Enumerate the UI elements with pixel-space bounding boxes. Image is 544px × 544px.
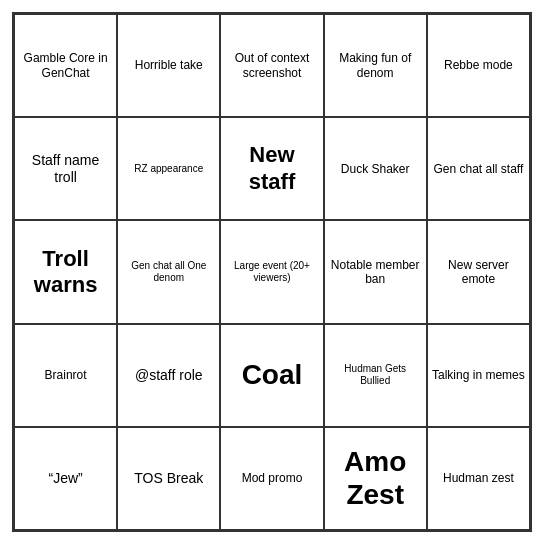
cell-r2c4[interactable]: New server emote xyxy=(427,220,530,323)
cell-r0c2[interactable]: Out of context screenshot xyxy=(220,14,323,117)
cell-r0c0[interactable]: Gamble Core in GenChat xyxy=(14,14,117,117)
cell-r1c3[interactable]: Duck Shaker xyxy=(324,117,427,220)
cell-r0c4[interactable]: Rebbe mode xyxy=(427,14,530,117)
cell-r4c2[interactable]: Mod promo xyxy=(220,427,323,530)
cell-r2c0[interactable]: Troll warns xyxy=(14,220,117,323)
cell-r4c3[interactable]: Amo Zest xyxy=(324,427,427,530)
cell-r4c1[interactable]: TOS Break xyxy=(117,427,220,530)
cell-r4c4[interactable]: Hudman zest xyxy=(427,427,530,530)
cell-r1c4[interactable]: Gen chat all staff xyxy=(427,117,530,220)
cell-r3c3[interactable]: Hudman Gets Bullied xyxy=(324,324,427,427)
cell-r3c1[interactable]: @staff role xyxy=(117,324,220,427)
cell-r2c3[interactable]: Notable member ban xyxy=(324,220,427,323)
cell-r2c1[interactable]: Gen chat all One denom xyxy=(117,220,220,323)
cell-r1c0[interactable]: Staff name troll xyxy=(14,117,117,220)
cell-r4c0[interactable]: “Jew” xyxy=(14,427,117,530)
cell-r3c4[interactable]: Talking in memes xyxy=(427,324,530,427)
bingo-board: Gamble Core in GenChatHorrible takeOut o… xyxy=(12,12,532,532)
cell-r1c2[interactable]: New staff xyxy=(220,117,323,220)
cell-r3c0[interactable]: Brainrot xyxy=(14,324,117,427)
cell-r0c1[interactable]: Horrible take xyxy=(117,14,220,117)
cell-r2c2[interactable]: Large event (20+ viewers) xyxy=(220,220,323,323)
cell-r1c1[interactable]: RZ appearance xyxy=(117,117,220,220)
cell-r0c3[interactable]: Making fun of denom xyxy=(324,14,427,117)
cell-r3c2[interactable]: Coal xyxy=(220,324,323,427)
